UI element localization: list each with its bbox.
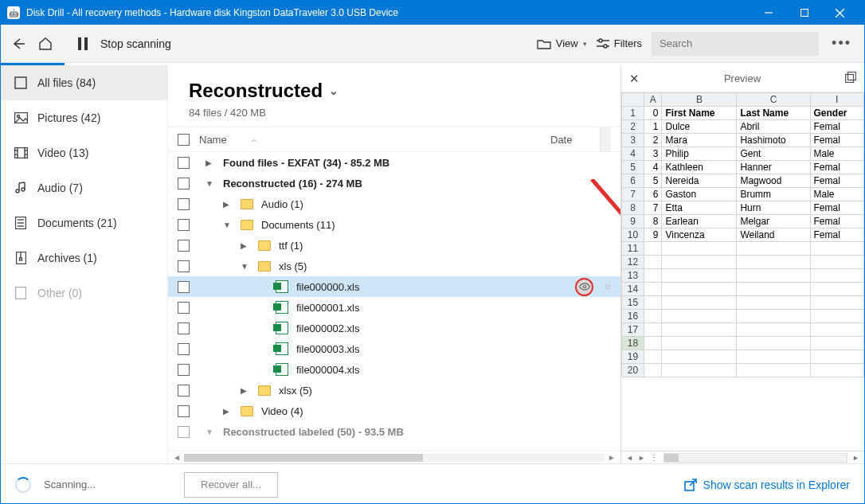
row-checkbox[interactable] [178,426,190,438]
sheet-col-header[interactable] [622,93,644,107]
row-checkbox[interactable] [178,281,190,293]
sheet-row-header[interactable]: 2 [622,120,644,134]
expand-caret[interactable]: ▶ [241,241,250,250]
close-button[interactable] [822,1,858,25]
back-button[interactable] [10,36,26,52]
row-checkbox[interactable] [178,219,190,231]
row-checkbox[interactable] [178,240,190,252]
expand-caret[interactable]: ▼ [205,428,215,436]
row-checkbox[interactable] [178,343,190,355]
sheet-row-header[interactable]: 15 [622,296,644,310]
expand-caret[interactable]: ▶ [205,158,215,167]
expand-caret[interactable]: ▼ [223,221,233,229]
sidebar-label: Documents (21) [37,217,117,229]
search-input[interactable] [652,32,819,56]
expand-caret[interactable]: ▶ [223,407,233,416]
content-heading[interactable]: Reconstructed ⌄ [189,80,600,102]
minimize-button[interactable] [750,1,786,25]
file-row[interactable]: file000000.xls⌗ [168,276,620,297]
sheet-row-header[interactable]: 12 [622,256,644,269]
sheet-row-header[interactable]: 4 [622,147,644,161]
maximize-button[interactable] [786,1,822,25]
view-dropdown[interactable]: View ▾ [537,37,587,49]
select-all-checkbox[interactable] [178,134,190,146]
folder-icon [241,199,253,209]
home-button[interactable] [36,36,55,52]
file-row[interactable]: file000001.xls [168,297,620,318]
sheet-col-header[interactable]: I [810,93,863,107]
row-checkbox[interactable] [178,260,190,272]
column-date[interactable]: Date [550,134,590,146]
hex-icon[interactable]: ⌗ [605,280,611,294]
sheet-row-header[interactable]: 5 [622,161,644,174]
expand-caret[interactable]: ▶ [223,200,233,209]
row-checkbox[interactable] [178,322,190,334]
sheet-row-header[interactable]: 19 [622,350,644,364]
show-in-explorer-link[interactable]: Show scan results in Explorer [684,479,850,491]
row-checkbox[interactable] [178,157,190,169]
sheet-row-header[interactable]: 17 [622,323,644,337]
app-logo-icon: 🤖 [7,6,20,19]
sheet-col-header[interactable]: B [662,93,737,107]
sheet-row-header[interactable]: 9 [622,215,644,229]
stop-scanning-button[interactable]: Stop scanning [100,37,171,50]
close-preview-button[interactable]: ✕ [629,72,640,86]
expand-caret[interactable]: ▼ [205,179,215,188]
doc-icon [14,216,28,230]
folder-row[interactable]: ▼xls (5) [168,256,620,276]
row-label: file000004.xls [296,364,611,376]
sheet-row-header[interactable]: 20 [622,364,644,377]
sidebar-item[interactable]: Documents (21) [1,205,167,240]
folder-row[interactable]: ▶ttf (1) [168,235,620,256]
sort-indicator-icon[interactable]: ︿ [251,135,258,145]
recover-all-button[interactable]: Recover all... [184,472,278,498]
sheet-row-header[interactable]: 10 [622,229,644,242]
pause-icon[interactable] [75,36,91,52]
sheet-nav[interactable]: ◄►⋮ ► [621,451,864,463]
folder-row[interactable]: ▼Documents (11) [168,214,620,235]
folder-row[interactable]: ▼Reconstructed (16) - 274 MB [168,173,620,193]
preview-eye-button[interactable] [575,278,593,296]
expand-caret[interactable]: ▶ [241,386,250,395]
row-checkbox[interactable] [178,364,190,376]
row-checkbox[interactable] [178,385,190,397]
more-menu-button[interactable]: ••• [828,35,855,52]
row-checkbox[interactable] [178,405,190,417]
sheet-row-header[interactable]: 8 [622,201,644,215]
sidebar-item[interactable]: Pictures (42) [1,100,167,135]
sheet-col-header[interactable]: C [737,93,810,107]
expand-caret[interactable]: ▼ [241,262,250,271]
sheet-col-header[interactable]: A [644,93,662,107]
folder-row[interactable]: ▶Video (4) [168,400,620,421]
sheet-row-header[interactable]: 1 [622,107,644,120]
sheet-row-header[interactable]: 13 [622,269,644,283]
horizontal-scrollbar[interactable]: ◄► [168,451,620,463]
sidebar-item[interactable]: All files (84) [1,65,167,100]
sheet-row-header[interactable]: 18 [622,337,644,350]
folder-row[interactable]: ▶Found files - EXFAT (34) - 85.2 MB [168,152,620,173]
sidebar-item[interactable]: Audio (7) [1,170,167,205]
sidebar-item[interactable]: Video (13) [1,135,167,170]
sheet-row-header[interactable]: 11 [622,242,644,256]
sheet-row-header[interactable]: 6 [622,174,644,188]
sheet-row-header[interactable]: 7 [622,188,644,201]
sheet-row-header[interactable]: 14 [622,283,644,296]
popout-icon[interactable] [845,72,856,85]
svg-point-9 [599,39,602,42]
sheet-row-header[interactable]: 16 [622,310,644,323]
row-checkbox[interactable] [178,178,190,189]
sidebar-item[interactable]: Archives (1) [1,240,167,275]
file-row[interactable]: file000002.xls [168,318,620,338]
column-name[interactable]: Name [199,134,227,146]
row-checkbox[interactable] [178,198,190,210]
filters-button[interactable]: Filters [597,37,642,49]
sheet-row-header[interactable]: 3 [622,134,644,147]
sidebar-item[interactable]: Other (0) [1,275,167,311]
file-row[interactable]: file000004.xls [168,359,620,380]
folder-row[interactable]: ▼Reconstructed labeled (50) - 93.5 MB [168,421,620,442]
folder-icon [537,38,551,49]
folder-row[interactable]: ▶Audio (1) [168,193,620,214]
row-checkbox[interactable] [178,302,190,314]
file-row[interactable]: file000003.xls [168,338,620,359]
folder-row[interactable]: ▶xlsx (5) [168,380,620,400]
